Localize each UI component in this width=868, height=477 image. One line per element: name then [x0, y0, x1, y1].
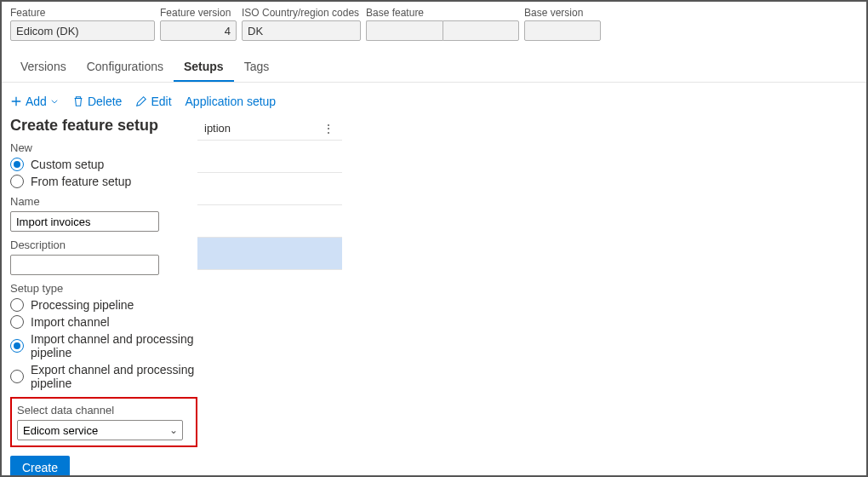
app-setup-label: Application setup — [186, 95, 277, 108]
feature-version-input[interactable] — [160, 20, 237, 41]
radio-icon — [10, 370, 24, 383]
delete-label: Delete — [88, 95, 122, 108]
radio-label: Export channel and processing pipeline — [31, 363, 197, 390]
create-button[interactable]: Create — [10, 456, 70, 477]
trash-icon — [72, 95, 84, 107]
create-feature-setup-panel: Create feature setup New Custom setup Fr… — [10, 117, 197, 477]
grid: iption ⋮ — [197, 117, 342, 270]
radio-icon — [10, 339, 24, 353]
application-setup-button[interactable]: Application setup — [186, 95, 277, 108]
radio-label: From feature setup — [31, 175, 131, 188]
select-data-channel-label: Select data channel — [17, 404, 191, 417]
radio-icon — [10, 315, 24, 329]
tab-tags[interactable]: Tags — [234, 53, 280, 82]
highlight-box: Select data channel ⌄ — [10, 397, 197, 447]
feature-label: Feature — [10, 7, 155, 19]
table-row[interactable] — [197, 238, 342, 270]
add-label: Add — [26, 95, 47, 108]
table-row[interactable] — [197, 141, 342, 173]
base-feature-label: Base feature — [366, 7, 519, 19]
iso-label: ISO Country/region codes — [242, 7, 361, 19]
base-feature-input[interactable] — [366, 20, 443, 41]
radio-import-channel-pp[interactable]: Import channel and processing pipeline — [10, 332, 197, 359]
base-version-label: Base version — [524, 7, 601, 19]
table-row[interactable] — [197, 205, 342, 238]
pencil-icon — [135, 95, 147, 107]
tab-configurations[interactable]: Configurations — [77, 53, 174, 82]
radio-from-feature-setup[interactable]: From feature setup — [10, 175, 197, 188]
radio-icon — [10, 175, 24, 188]
grid-header[interactable]: iption ⋮ — [197, 117, 342, 141]
radio-label: Import channel and processing pipeline — [31, 332, 197, 359]
radio-icon — [10, 158, 24, 171]
table-row[interactable] — [197, 173, 342, 205]
panel-title: Create feature setup — [10, 117, 197, 135]
base-version-input[interactable] — [524, 20, 601, 41]
radio-label: Custom setup — [31, 158, 104, 171]
plus-icon — [10, 95, 22, 107]
more-icon[interactable]: ⋮ — [323, 122, 335, 135]
new-label: New — [10, 141, 197, 154]
grid-col-description: iption — [204, 122, 231, 135]
base-feature-input-2[interactable] — [443, 20, 519, 41]
radio-label: Import channel — [31, 315, 110, 329]
setup-type-label: Setup type — [10, 282, 197, 295]
tab-setups[interactable]: Setups — [174, 53, 234, 82]
chevron-down-icon — [50, 97, 59, 106]
radio-label: Processing pipeline — [31, 298, 134, 312]
radio-import-channel[interactable]: Import channel — [10, 315, 197, 329]
toolbar: Add Delete Edit Application setup — [2, 83, 866, 117]
radio-processing-pipeline[interactable]: Processing pipeline — [10, 298, 197, 312]
name-input[interactable] — [10, 211, 159, 232]
iso-input[interactable] — [242, 20, 361, 41]
description-label: Description — [10, 238, 197, 251]
description-input[interactable] — [10, 255, 159, 275]
feature-input[interactable] — [10, 20, 155, 41]
tab-versions[interactable]: Versions — [10, 53, 77, 82]
name-label: Name — [10, 195, 197, 208]
radio-custom-setup[interactable]: Custom setup — [10, 158, 197, 171]
radio-icon — [10, 298, 24, 312]
add-button[interactable]: Add — [10, 95, 59, 108]
edit-label: Edit — [151, 95, 171, 108]
select-data-channel-input[interactable] — [17, 420, 183, 440]
delete-button[interactable]: Delete — [72, 95, 122, 108]
radio-export-channel-pp[interactable]: Export channel and processing pipeline — [10, 363, 197, 390]
tab-bar: Versions Configurations Setups Tags — [2, 53, 866, 83]
header-fields: Feature Feature version ISO Country/regi… — [2, 2, 866, 44]
edit-button[interactable]: Edit — [135, 95, 171, 108]
feature-version-label: Feature version — [160, 7, 237, 19]
